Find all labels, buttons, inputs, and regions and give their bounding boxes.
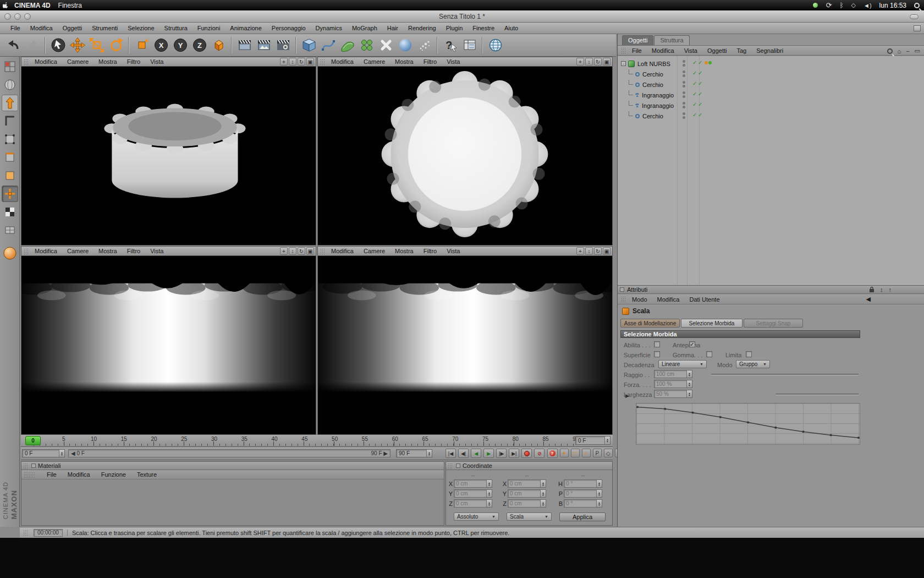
panel-detach-icon[interactable] <box>620 287 624 292</box>
materials-menu-item[interactable]: Modifica <box>62 471 96 478</box>
drag-grip-icon[interactable] <box>23 463 28 469</box>
coord-value-field[interactable]: 0 cm▲▼ <box>454 479 492 488</box>
app-menu-item[interactable]: Funzioni <box>193 25 226 31</box>
viewport-menu-item[interactable]: Mostra <box>390 58 419 65</box>
drag-grip-icon[interactable] <box>448 463 453 469</box>
toggle-view-icon[interactable]: ▣ <box>603 58 610 66</box>
stepper-icon[interactable]: ▲▼ <box>604 437 610 444</box>
sync-icon[interactable]: ⟳ <box>826 1 832 9</box>
drag-grip-icon[interactable] <box>621 47 626 53</box>
enable-check-icon[interactable]: ✓ <box>698 101 702 107</box>
stepper-icon[interactable]: ▲▼ <box>540 500 546 507</box>
mac-app-name[interactable]: CINEMA 4D <box>14 2 51 9</box>
polygons-mode-icon[interactable] <box>2 167 18 184</box>
object-tree-row[interactable]: - Loft NURBS ✓ ✓ <box>621 58 924 69</box>
stepper-icon[interactable]: ▲▼ <box>426 450 432 457</box>
decadenza-dropdown[interactable]: Lineare▼ <box>658 360 707 368</box>
enable-check-icon[interactable]: ✓ <box>698 112 702 118</box>
app-menu-item[interactable]: Finestre <box>468 25 499 31</box>
key-scale-icon[interactable]: □ <box>571 449 580 457</box>
object-manager-menu-item[interactable]: Tag <box>732 47 751 54</box>
bluetooth-icon[interactable]: ᛒ <box>839 2 843 9</box>
points-mode-icon[interactable] <box>2 131 18 148</box>
app-menu-item[interactable]: Oggetti <box>58 25 87 31</box>
record-help-icon[interactable]: ? <box>547 449 558 458</box>
enable-check-icon[interactable]: ✓ <box>692 80 697 86</box>
stepper-icon[interactable]: ▲▼ <box>59 450 64 457</box>
viewport-canvas-3d-object[interactable] <box>318 67 612 245</box>
enable-check-icon[interactable]: ✓ <box>698 80 702 86</box>
goto-start-icon[interactable]: |◀ <box>446 449 456 458</box>
rotate-icon[interactable] <box>106 35 125 55</box>
object-tree-row[interactable]: Ingranaggio ✓ ✓ <box>621 90 924 100</box>
larghezza-field[interactable]: 50 %▲▼ <box>654 390 692 398</box>
orbit-icon[interactable]: ↻ <box>594 247 602 255</box>
viewport-menu-item[interactable]: Vista <box>145 58 168 65</box>
layer-icon[interactable]: ▭ <box>915 47 920 54</box>
viewport-menu-item[interactable]: Modifica <box>326 248 359 254</box>
viewport-menu-item[interactable]: Modifica <box>30 248 62 254</box>
forza-field[interactable]: 100 %▲▼ <box>654 380 692 388</box>
modeling-icon[interactable] <box>357 35 376 55</box>
status-green-icon[interactable] <box>813 3 818 8</box>
range-right-handle[interactable]: 90 F ▶ <box>371 450 388 456</box>
attributes-header[interactable]: Attributi ↕ ↑ <box>618 285 924 294</box>
recent-tool-icon[interactable] <box>132 35 151 55</box>
app-menu-item[interactable]: Rendering <box>403 25 441 31</box>
app-menu-item[interactable]: Personaggio <box>267 25 311 31</box>
stepper-icon[interactable]: ▲▼ <box>486 490 492 497</box>
visibility-dots-icon[interactable] <box>683 112 685 119</box>
panel-detach-icon[interactable] <box>31 464 36 468</box>
uv-mode-icon[interactable] <box>2 222 18 238</box>
object-tree-row[interactable]: Ingranaggio ✓ ✓ <box>621 100 924 111</box>
viewport-menu-item[interactable]: Filtro <box>122 248 145 254</box>
section-header-selezione-morbida[interactable]: Selezione Morbida <box>620 330 860 338</box>
live-selection-icon[interactable] <box>48 35 68 55</box>
make-editable-icon[interactable] <box>2 58 18 75</box>
viewport-menu-item[interactable]: Filtro <box>419 248 442 254</box>
coord-mode-dropdown[interactable]: Assoluto▼ <box>454 512 499 521</box>
viewport-canvas-3d-object[interactable] <box>21 256 316 434</box>
materials-menu-item[interactable]: Funzione <box>96 471 131 478</box>
drag-grip-icon[interactable] <box>320 59 325 65</box>
y-lock-icon[interactable]: Y <box>170 35 190 55</box>
limita-checkbox[interactable] <box>746 351 752 357</box>
viewport-menu-item[interactable]: Filtro <box>122 58 145 65</box>
spotlight-icon[interactable] <box>914 3 920 8</box>
curve-expander-icon[interactable]: ▶ <box>625 393 629 399</box>
goto-end-icon[interactable]: ▶| <box>509 449 519 458</box>
app-menu-item[interactable]: Struttura <box>160 25 193 31</box>
deformer-icon[interactable] <box>376 35 395 55</box>
orbit-icon[interactable]: ↻ <box>298 247 305 255</box>
object-axis-icon[interactable] <box>2 186 18 202</box>
visibility-dots-icon[interactable] <box>683 70 685 77</box>
preview-range-slider[interactable]: ◀ 0 F 90 F ▶ <box>68 449 391 457</box>
app-menu-item[interactable]: Modifica <box>25 25 58 31</box>
display-mode-icon[interactable] <box>2 245 18 261</box>
visibility-dots-icon[interactable] <box>683 81 685 88</box>
gomma-checkbox[interactable] <box>706 351 712 357</box>
object-manager-menu-item[interactable]: File <box>627 47 647 54</box>
apply-button[interactable]: Applica <box>559 512 606 521</box>
stepper-icon[interactable]: ▲▼ <box>486 480 492 487</box>
coord-value-field[interactable]: 0 °▲▼ <box>564 489 602 498</box>
stepper-icon[interactable]: ▲▼ <box>540 490 546 497</box>
render-settings-icon[interactable] <box>273 35 293 55</box>
object-tree-row[interactable]: Cerchio ✓ ✓ <box>621 79 924 90</box>
drag-grip-icon[interactable] <box>320 248 325 254</box>
abilita-checkbox[interactable] <box>654 341 660 347</box>
nurbs-icon[interactable] <box>338 35 357 55</box>
app-menu-item[interactable]: Selezione <box>123 25 159 31</box>
materials-header[interactable]: Materiali <box>21 462 444 470</box>
viewport-menu-item[interactable]: Mostra <box>94 58 122 65</box>
object-name[interactable]: Cerchio <box>642 71 663 78</box>
undo-icon[interactable] <box>3 35 23 55</box>
materials-list-empty[interactable] <box>21 480 444 525</box>
record-icon[interactable] <box>521 449 532 458</box>
object-name[interactable]: Cerchio <box>642 113 663 119</box>
raggio-field[interactable]: 100 cm▲▼ <box>654 370 692 378</box>
model-mode-icon[interactable] <box>2 77 18 93</box>
viewport-menu-item[interactable]: Modifica <box>30 58 62 65</box>
step-forward-icon[interactable]: |▶ <box>496 449 507 458</box>
coord-value-field[interactable]: 0 °▲▼ <box>564 479 602 488</box>
